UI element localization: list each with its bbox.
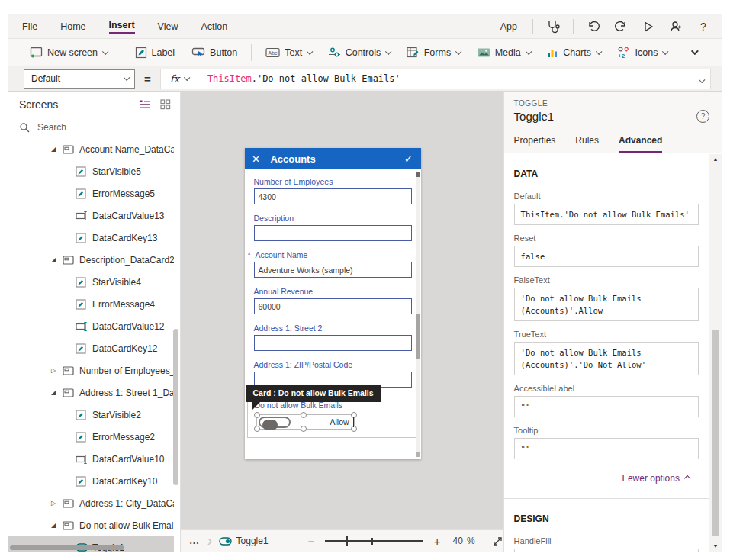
property-value-input[interactable]: false: [514, 246, 699, 267]
field-input[interactable]: [254, 335, 412, 351]
panel-help-icon[interactable]: ?: [696, 110, 709, 123]
toolbar-icons-button[interactable]: +2Icons: [609, 43, 674, 63]
zoom-slider-thumb[interactable]: [346, 536, 348, 546]
property-value-input[interactable]: 'Do not allow Bulk Emails (Accounts)'.Al…: [514, 288, 699, 321]
tree-item-starvisible5[interactable]: StarVisible5: [8, 160, 174, 182]
tree-horizontal-scrollbar[interactable]: [10, 545, 124, 550]
property-value-input[interactable]: 'Do not allow Bulk Emails (Accounts)'.'D…: [514, 342, 699, 375]
property-value-input[interactable]: RGBA(255, 255, 255, 1): [514, 549, 699, 552]
menu-item-insert[interactable]: Insert: [109, 14, 135, 38]
breadcrumb-ellipsis[interactable]: ...: [190, 536, 200, 546]
toolbar-text-button[interactable]: AbcText: [258, 43, 318, 63]
tree-item-datacardvalue13[interactable]: DataCardValue13: [8, 204, 174, 227]
check-icon[interactable]: ✓: [404, 153, 413, 165]
collapse-triangle-icon[interactable]: ◢: [48, 522, 59, 529]
toggle-knob[interactable]: [262, 420, 278, 430]
help-icon[interactable]: ?: [696, 19, 711, 34]
selection-handle[interactable]: [301, 412, 307, 418]
preview-play-icon[interactable]: [641, 19, 656, 34]
toolbar-forms-button[interactable]: Forms: [399, 43, 468, 63]
zoom-slider[interactable]: [325, 536, 423, 546]
menu-item-view[interactable]: View: [158, 14, 178, 38]
breadcrumb-control[interactable]: Toggle1: [219, 536, 269, 546]
toggle-control[interactable]: [259, 417, 291, 428]
formula-input[interactable]: ThisItem.'Do not allow Bulk Emails': [198, 73, 691, 84]
form-scrollbar-top[interactable]: [416, 172, 420, 177]
tree-view-icon[interactable]: [140, 99, 151, 110]
scroll-down-arrow[interactable]: ▼: [709, 541, 722, 552]
menu-item-file[interactable]: File: [22, 14, 37, 38]
toolbar-label-button[interactable]: Label: [127, 43, 183, 63]
collapse-triangle-icon[interactable]: ◢: [48, 146, 59, 153]
tree-item-starvisible4[interactable]: StarVisible4: [8, 271, 174, 293]
app-menu-item[interactable]: App: [500, 21, 517, 32]
tree-item-datacardkey10[interactable]: DataCardKey10: [8, 470, 174, 492]
toolbar-new-screen-button[interactable]: New screen: [22, 43, 114, 63]
tree-item-address-1-street-1-datacar[interactable]: ◢Address 1: Street 1_DataCar: [8, 381, 174, 404]
toolbar-media-button[interactable]: Media: [469, 43, 538, 63]
zoom-in-button[interactable]: +: [434, 535, 441, 548]
toggle-selection[interactable]: Allow: [256, 414, 355, 430]
selection-handle[interactable]: [254, 412, 260, 418]
menu-item-home[interactable]: Home: [60, 14, 85, 38]
fit-to-window-icon[interactable]: [492, 536, 503, 547]
canvas-area[interactable]: × Accounts ✓ Number of Employees4300Desc…: [181, 92, 503, 552]
close-icon[interactable]: ×: [252, 153, 260, 166]
expand-triangle-icon[interactable]: ▷: [48, 500, 59, 507]
toolbar-charts-button[interactable]: Charts: [539, 43, 607, 63]
toggle-datacard[interactable]: Do not allow Bulk Emails Allow: [247, 397, 419, 438]
tree-item-datacardvalue12[interactable]: DataCardValue12: [8, 315, 174, 337]
fx-button[interactable]: fx: [161, 69, 198, 89]
tree-item-errormessage5[interactable]: ErrorMessage5: [8, 182, 174, 204]
tree-item-starvisible2[interactable]: StarVisible2: [8, 404, 174, 426]
toolbar-button-button[interactable]: Button: [184, 43, 245, 63]
menu-item-action[interactable]: Action: [201, 14, 227, 38]
property-value-input[interactable]: "": [514, 438, 699, 459]
tree-item-account-name-datacard2[interactable]: ◢Account Name_DataCard2: [8, 138, 174, 160]
field-input[interactable]: Adventure Works (sample): [254, 262, 412, 278]
selection-handle[interactable]: [301, 426, 307, 432]
panel-scrollbar[interactable]: ▲ ▼: [709, 154, 722, 552]
expand-triangle-icon[interactable]: ▷: [48, 367, 59, 374]
redo-icon[interactable]: [613, 19, 629, 34]
collapse-triangle-icon[interactable]: ◢: [48, 389, 59, 396]
fewer-options-button[interactable]: Fewer options: [613, 468, 699, 488]
form-scrollbar-bottom[interactable]: [416, 452, 420, 457]
tab-rules[interactable]: Rules: [575, 135, 599, 153]
collapse-triangle-icon[interactable]: ◢: [48, 256, 59, 263]
tree-item-address-1-city-datacard2[interactable]: ▷Address 1: City_DataCard2: [8, 492, 174, 514]
field-input[interactable]: 4300: [254, 188, 412, 204]
scroll-up-arrow[interactable]: ▲: [709, 154, 722, 165]
formula-expand-chevron[interactable]: [691, 72, 711, 85]
form-field-description: Description: [254, 214, 412, 241]
property-selector[interactable]: Default: [24, 69, 135, 89]
undo-icon[interactable]: [586, 19, 601, 34]
panel-scrollbar-thumb[interactable]: [712, 330, 719, 536]
tree-item-errormessage4[interactable]: ErrorMessage4: [8, 293, 174, 315]
form-scrollbar-thumb[interactable]: [416, 314, 420, 359]
field-input[interactable]: 60000: [254, 298, 412, 314]
field-input[interactable]: [254, 225, 412, 241]
toolbar-controls-button[interactable]: Controls: [320, 43, 397, 63]
tree-item-datacardvalue10[interactable]: DataCardValue10: [8, 448, 174, 470]
tree-item-description-datacard2[interactable]: ◢Description_DataCard2: [8, 249, 174, 271]
tree-item-do-not-allow-bulk-emails-da[interactable]: ◢Do not allow Bulk Emails_Da: [8, 514, 174, 536]
property-value-input[interactable]: "": [514, 396, 699, 417]
tree-item-number-of-employees-data[interactable]: ▷Number of Employees_Data: [8, 359, 174, 381]
share-person-add-icon[interactable]: [668, 19, 683, 34]
tree-item-errormessage2[interactable]: ErrorMessage2: [8, 426, 174, 448]
property-value-input[interactable]: ThisItem.'Do not allow Bulk Emails': [514, 204, 699, 225]
screens-search[interactable]: Search: [8, 117, 180, 137]
tab-properties[interactable]: Properties: [514, 135, 556, 153]
app-checker-icon[interactable]: [545, 19, 561, 34]
zoom-out-button[interactable]: −: [308, 535, 315, 548]
toolbar-overflow-chevron[interactable]: [683, 43, 704, 63]
tab-advanced[interactable]: Advanced: [619, 135, 662, 153]
tree-item-datacardkey13[interactable]: DataCardKey13: [8, 227, 174, 249]
selection-handle[interactable]: [351, 426, 357, 432]
selection-handle[interactable]: [254, 426, 260, 432]
selection-handle[interactable]: [351, 412, 357, 418]
tree-item-datacardkey12[interactable]: DataCardKey12: [8, 337, 174, 359]
grid-view-icon[interactable]: [160, 99, 171, 110]
tree-vertical-scrollbar[interactable]: [173, 329, 178, 485]
